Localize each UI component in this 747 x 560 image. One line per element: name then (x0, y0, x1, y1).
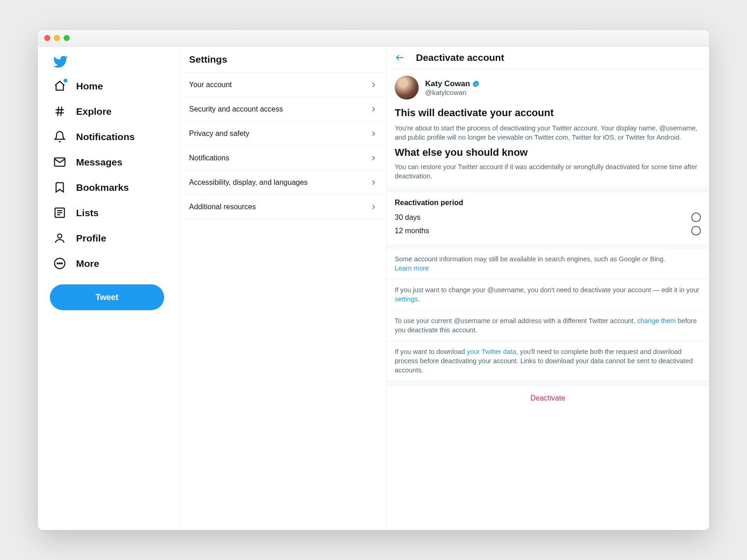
page-title: Deactivate account (416, 52, 504, 63)
nav-label: Notifications (76, 131, 135, 142)
back-arrow-icon[interactable] (395, 53, 405, 63)
tweet-button[interactable]: Tweet (50, 284, 164, 310)
tweet-button-label: Tweet (95, 293, 119, 302)
deactivate-section: This will deactivate your account You're… (386, 105, 709, 188)
user-handle: @katylcowan (425, 88, 480, 96)
settings-row-label: Accessibility, display, and languages (189, 178, 308, 187)
deactivate-heading: This will deactivate your account (395, 107, 701, 119)
settings-row-label: Privacy and safety (189, 130, 249, 138)
settings-your-account[interactable]: Your account (181, 73, 386, 97)
nav-lists[interactable]: Lists (47, 200, 105, 225)
deactivate-button-label: Deactivate (530, 394, 565, 402)
sidebar-nav: Home Explore Notifications (38, 47, 181, 530)
learn-more-link[interactable]: Learn more (395, 265, 429, 272)
reactivation-block: Reactivation period 30 days 12 months (386, 192, 709, 244)
window-zoom-button[interactable] (64, 35, 70, 41)
window-close-button[interactable] (44, 35, 50, 41)
verified-badge-icon (472, 80, 480, 88)
profile-summary: Katy Cowan @katylcowan (386, 69, 709, 105)
chevron-right-icon (369, 203, 378, 211)
info-text: If you want to download (395, 348, 467, 355)
chevron-right-icon (369, 154, 378, 162)
home-icon (53, 80, 66, 92)
twitter-data-link[interactable]: your Twitter data (467, 348, 516, 355)
content-columns: Home Explore Notifications (38, 47, 709, 530)
more-icon (53, 257, 66, 270)
know-text: You can restore your Twitter account if … (395, 162, 701, 181)
settings-row-label: Additional resources (189, 203, 256, 211)
mail-icon (53, 156, 66, 168)
settings-notifications[interactable]: Notifications (181, 146, 386, 171)
titlebar (38, 30, 709, 47)
info-text: If you just want to change your @usernam… (395, 286, 700, 294)
nav-profile[interactable]: Profile (47, 225, 113, 251)
display-name: Katy Cowan (425, 79, 470, 88)
radio-indicator[interactable] (691, 226, 701, 236)
chevron-right-icon (369, 81, 378, 89)
info-reuse: To use your current @username or email a… (386, 310, 709, 341)
info-text: . (418, 295, 420, 303)
app-window: Home Explore Notifications (38, 30, 709, 530)
know-heading: What else you should know (395, 147, 701, 159)
home-unread-dot (64, 79, 67, 83)
avatar (395, 76, 419, 100)
svg-point-9 (58, 234, 62, 238)
svg-line-3 (61, 106, 62, 116)
svg-point-12 (59, 263, 60, 264)
nav-home[interactable]: Home (47, 73, 109, 99)
nav-more[interactable]: More (47, 251, 106, 276)
info-search-engines: Some account information may still be av… (386, 248, 709, 279)
reactivation-title: Reactivation period (395, 199, 701, 207)
svg-point-11 (57, 263, 58, 264)
settings-column: Settings Your account Security and accou… (181, 47, 386, 530)
section-divider (386, 381, 709, 386)
chevron-right-icon (369, 130, 378, 138)
nav-label: Messages (76, 157, 122, 168)
window-minimize-button[interactable] (54, 35, 60, 41)
hash-icon (53, 105, 66, 118)
settings-additional[interactable]: Additional resources (181, 195, 386, 219)
radio-indicator[interactable] (691, 212, 701, 222)
nav-bookmarks[interactable]: Bookmarks (47, 175, 135, 200)
nav-label: More (76, 258, 99, 269)
nav-notifications[interactable]: Notifications (47, 124, 141, 149)
reactivation-option-label: 30 days (395, 213, 421, 222)
list-icon (53, 206, 66, 219)
deactivate-description: You're about to start the process of dea… (395, 124, 701, 142)
nav-label: Home (76, 81, 103, 92)
info-text: To use your current @username or email a… (395, 317, 637, 324)
display-name-row: Katy Cowan (425, 79, 480, 88)
reactivation-option-12-months[interactable]: 12 months (395, 224, 701, 237)
settings-accessibility[interactable]: Accessibility, display, and languages (181, 171, 386, 195)
reactivation-option-30-days[interactable]: 30 days (395, 211, 701, 224)
info-download: If you want to download your Twitter dat… (386, 341, 709, 381)
nav-explore[interactable]: Explore (47, 99, 118, 124)
bookmark-icon (53, 181, 66, 194)
twitter-logo-icon[interactable] (53, 54, 68, 70)
nav-label: Profile (76, 233, 106, 244)
nav-label: Explore (76, 106, 112, 117)
settings-title: Settings (181, 47, 386, 73)
settings-row-label: Security and account access (189, 105, 283, 113)
settings-security[interactable]: Security and account access (181, 97, 386, 122)
main-header: Deactivate account (386, 47, 709, 69)
svg-point-13 (61, 263, 62, 264)
user-icon (53, 232, 66, 244)
nav-label: Bookmarks (76, 182, 129, 193)
deactivate-button[interactable]: Deactivate (386, 386, 709, 411)
main-column: Deactivate account Katy Cowan @katylcowa… (386, 47, 709, 530)
settings-link[interactable]: settings (395, 295, 418, 303)
change-them-link[interactable]: change them (637, 317, 676, 324)
settings-privacy[interactable]: Privacy and safety (181, 122, 386, 146)
svg-line-2 (58, 106, 59, 116)
settings-row-label: Notifications (189, 154, 229, 162)
settings-row-label: Your account (189, 81, 232, 89)
nav-messages[interactable]: Messages (47, 149, 129, 175)
info-text: Some account information may still be av… (395, 255, 665, 263)
section-divider (386, 188, 709, 192)
reactivation-option-label: 12 months (395, 227, 429, 235)
section-divider (386, 244, 709, 248)
chevron-right-icon (369, 178, 378, 187)
nav-label: Lists (76, 207, 99, 218)
chevron-right-icon (369, 105, 378, 113)
